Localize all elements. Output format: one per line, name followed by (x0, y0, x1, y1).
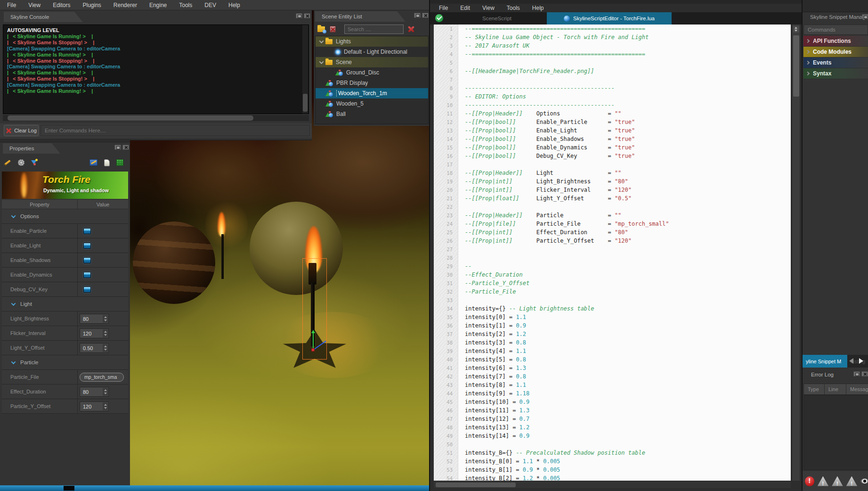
tab-skylinescripteditor-torchfire-lua[interactable]: SkylineScriptEditor - TorchFire.lua (547, 12, 672, 25)
snippet-category-events[interactable]: Events (803, 57, 868, 68)
toggle-on-icon[interactable] (83, 228, 91, 234)
error-log-close-button[interactable] (861, 371, 868, 376)
entity-item-wooden-5[interactable]: Wooden_5 (316, 98, 428, 109)
menu-item-renderer[interactable]: Renderer (107, 0, 143, 10)
entity-item-default-light-directional[interactable]: Default - Light Directional (316, 47, 428, 57)
gizmo-y-axis[interactable] (313, 333, 314, 350)
toggle-on-icon[interactable] (83, 257, 91, 263)
bottom-tab-yline-snippet-m[interactable]: yline Snippet M (803, 355, 847, 368)
command-input[interactable] (41, 125, 310, 136)
entity-item-pbr-display[interactable]: PBR Display (316, 78, 428, 88)
console-horizontal-scrollbar[interactable] (3, 115, 309, 121)
entity-item-scene[interactable]: Scene (316, 57, 428, 67)
tab-scroll-left-icon[interactable] (849, 358, 853, 364)
scene-entity-list-tab[interactable]: Scene Entity List (315, 11, 406, 22)
error-log-column-message[interactable]: Message (846, 384, 868, 394)
error-log-float-button[interactable] (853, 371, 860, 376)
warning-icon[interactable] (832, 476, 843, 486)
properties-tab[interactable]: Properties (3, 143, 60, 154)
eye-icon[interactable] (860, 478, 868, 484)
spin-down-icon[interactable] (104, 319, 107, 321)
script-menu-item-edit[interactable]: Edit (454, 4, 476, 12)
clear-log-button[interactable]: Clear Log (4, 125, 39, 136)
snippet-category-code-modules[interactable]: Code Modules (803, 47, 868, 57)
entity-item-lights[interactable]: Lights (316, 36, 428, 47)
number-field[interactable]: 80 (80, 387, 109, 397)
error-log-body[interactable] (803, 395, 868, 470)
wooden-sphere[interactable] (133, 221, 215, 304)
snippet-float-button[interactable] (862, 14, 868, 19)
collapse-chevron-icon[interactable] (11, 360, 16, 364)
spin-down-icon[interactable] (104, 349, 107, 351)
filter-icon[interactable] (31, 159, 37, 166)
spin-down-icon[interactable] (104, 334, 107, 336)
background-torch-pole[interactable] (221, 234, 224, 279)
spinner-buttons[interactable] (103, 315, 108, 323)
search-input[interactable] (344, 25, 404, 34)
properties-close-button[interactable] (122, 145, 129, 150)
script-menu-item-file[interactable]: File (433, 4, 454, 12)
scrollbar-thumb[interactable] (436, 483, 516, 487)
spin-up-icon[interactable] (104, 345, 107, 347)
error-icon[interactable] (805, 476, 814, 486)
script-valid-check-icon[interactable] (435, 14, 443, 22)
snippet-category-api-functions[interactable]: API Functions (803, 36, 868, 47)
gear-icon[interactable] (18, 159, 24, 166)
error-log-column-type[interactable]: Type (804, 384, 825, 394)
scene-list-float-button[interactable] (414, 13, 421, 18)
spinner-buttons[interactable] (103, 329, 108, 337)
expand-chevron-icon[interactable] (319, 59, 324, 64)
collapse-chevron-icon[interactable] (11, 301, 16, 306)
edit-grid-icon[interactable] (89, 159, 97, 166)
console-log[interactable]: AUTOSAVING LEVEL| < Skyline Game Is Runn… (3, 25, 309, 114)
entity-item-ball[interactable]: Ball (316, 109, 428, 119)
spin-up-icon[interactable] (104, 331, 107, 333)
property-row-particle[interactable]: Particle (2, 355, 128, 370)
file-field[interactable]: mp_torch_sma (80, 373, 124, 382)
number-field[interactable]: 0.50 (80, 343, 109, 353)
entity-item-ground-disc[interactable]: Ground_Disc (316, 67, 428, 78)
menu-item-view[interactable]: View (22, 0, 47, 10)
collapse-chevron-icon[interactable] (11, 213, 16, 218)
tab-scenescript[interactable]: SceneScript (447, 12, 547, 25)
warning-icon[interactable] (846, 476, 857, 486)
scrollbar-thumb[interactable] (303, 94, 308, 112)
number-field[interactable]: 80 (80, 314, 109, 324)
spinner-buttons[interactable] (103, 388, 108, 396)
spinner-buttons[interactable] (103, 402, 108, 410)
menu-item-editors[interactable]: Editors (47, 0, 76, 10)
spinner-buttons[interactable] (103, 344, 108, 352)
editor-vertical-scrollbar[interactable] (792, 25, 800, 481)
console-close-button[interactable] (304, 13, 310, 18)
tab-scroll-right-icon[interactable] (859, 358, 863, 364)
script-menu-item-help[interactable]: Help (526, 4, 550, 12)
menu-item-engine[interactable]: Engine (143, 0, 173, 10)
entity-tree[interactable]: LightsDefault - Light DirectionalSceneGr… (315, 36, 429, 124)
menu-item-help[interactable]: Help (222, 0, 246, 10)
number-field[interactable]: 120 (80, 328, 109, 338)
mossy-sphere[interactable] (250, 202, 343, 295)
pencil-icon[interactable] (4, 159, 12, 166)
property-row-light[interactable]: Light (2, 297, 128, 311)
menu-item-dev[interactable]: DEV (198, 0, 222, 10)
property-row-options[interactable]: Options (2, 209, 128, 224)
spin-up-icon[interactable] (104, 404, 107, 406)
code-editor[interactable]: 1--=====================================… (434, 25, 791, 481)
spin-down-icon[interactable] (104, 407, 107, 409)
script-menu-item-view[interactable]: View (476, 4, 501, 12)
spin-up-icon[interactable] (104, 316, 107, 318)
spin-up-icon[interactable] (104, 389, 107, 391)
warning-icon[interactable] (818, 476, 828, 486)
add-folder-icon[interactable] (317, 26, 325, 32)
console-tab[interactable]: Skyline Console (4, 12, 83, 22)
scrollbar-arrows[interactable] (793, 26, 799, 33)
toggle-on-icon[interactable] (83, 243, 91, 249)
delete-entity-icon[interactable] (330, 26, 336, 33)
error-log-column-line[interactable]: Line (825, 384, 846, 394)
console-vertical-scrollbar[interactable] (302, 25, 308, 114)
gizmo-center-handle[interactable] (311, 348, 315, 352)
properties-float-button[interactable] (114, 145, 121, 150)
menu-item-tools[interactable]: Tools (173, 0, 198, 10)
toggle-on-icon[interactable] (83, 272, 91, 278)
material-grid-icon[interactable] (116, 159, 123, 166)
